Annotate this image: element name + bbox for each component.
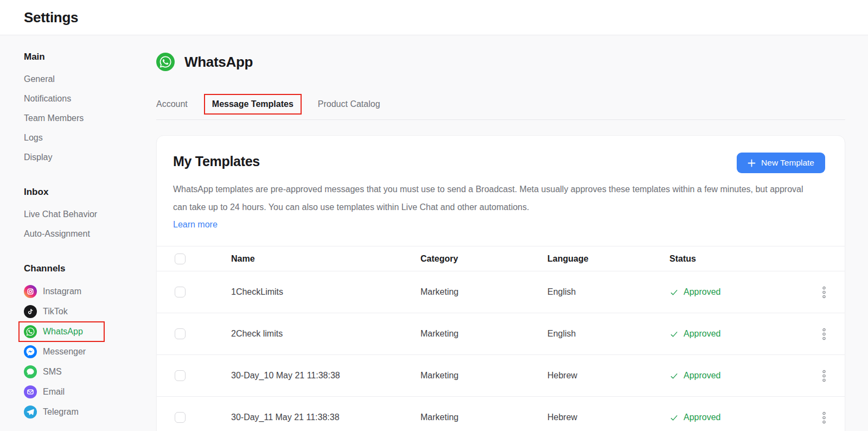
row-menu-button[interactable] bbox=[820, 409, 828, 426]
row-menu-button[interactable] bbox=[820, 284, 828, 301]
table-row: 2Check limits Marketing English Approved bbox=[157, 313, 845, 355]
column-header-name: Name bbox=[231, 254, 420, 264]
sms-icon bbox=[24, 365, 37, 378]
whatsapp-icon bbox=[156, 53, 175, 71]
tab-product-catalog[interactable]: Product Catalog bbox=[318, 99, 380, 109]
sidebar-item-auto-assignment[interactable]: Auto-Assignment bbox=[24, 228, 90, 239]
sidebar-section-main: Main General Notifications Team Members … bbox=[24, 52, 156, 163]
sidebar-section-channels: Channels Instagram bbox=[24, 263, 156, 419]
kebab-menu-icon bbox=[822, 370, 826, 382]
table-row: 30-Day_10 May 21 11:38:38 Marketing Hebr… bbox=[157, 355, 845, 397]
sidebar-item-whatsapp[interactable]: WhatsApp bbox=[18, 321, 105, 342]
template-name: 30-Day_11 May 21 11:38:38 bbox=[231, 413, 420, 422]
tab-bar: Account Message Templates Product Catalo… bbox=[156, 96, 845, 120]
table-row: 30-Day_11 May 21 11:38:38 Marketing Hebr… bbox=[157, 397, 845, 431]
select-all-checkbox[interactable] bbox=[175, 253, 186, 264]
sidebar-heading-inbox: Inbox bbox=[24, 187, 156, 198]
check-icon bbox=[669, 288, 679, 297]
row-checkbox[interactable] bbox=[175, 412, 186, 423]
new-template-button[interactable]: New Template bbox=[737, 153, 825, 173]
column-header-status: Status bbox=[669, 254, 803, 264]
status-badge: Approved bbox=[669, 371, 803, 381]
channel-title: WhatsApp bbox=[184, 54, 253, 71]
messenger-icon bbox=[24, 345, 37, 358]
sidebar-item-notifications[interactable]: Notifications bbox=[24, 93, 71, 104]
sidebar-item-sms[interactable]: SMS bbox=[24, 365, 156, 378]
main-content: WhatsApp Account Message Templates Produ… bbox=[156, 35, 845, 431]
status-badge: Approved bbox=[669, 413, 803, 422]
top-bar: Settings bbox=[0, 0, 868, 35]
status-badge: Approved bbox=[669, 287, 803, 297]
my-templates-card: My Templates New Template WhatsApp templ… bbox=[156, 135, 845, 431]
template-category: Marketing bbox=[420, 413, 547, 422]
check-icon bbox=[669, 371, 679, 381]
sidebar-item-tiktok[interactable]: TikTok bbox=[24, 305, 156, 318]
kebab-menu-icon bbox=[822, 328, 826, 340]
template-language: English bbox=[547, 287, 669, 297]
annotation-box-message-templates: Message Templates bbox=[204, 94, 302, 115]
row-checkbox[interactable] bbox=[175, 370, 186, 381]
sidebar-item-email[interactable]: Email bbox=[24, 385, 156, 398]
template-category: Marketing bbox=[420, 329, 547, 339]
sidebar-item-general[interactable]: General bbox=[24, 73, 55, 85]
template-language: Hebrew bbox=[547, 413, 669, 422]
template-name: 1CheckLimits bbox=[231, 287, 420, 297]
card-title: My Templates bbox=[173, 153, 260, 169]
column-header-language: Language bbox=[547, 254, 669, 264]
template-language: English bbox=[547, 329, 669, 339]
plus-icon bbox=[748, 159, 756, 167]
template-category: Marketing bbox=[420, 371, 547, 381]
sidebar-item-messenger[interactable]: Messenger bbox=[24, 345, 156, 358]
column-header-category: Category bbox=[420, 254, 547, 264]
check-icon bbox=[669, 413, 679, 422]
kebab-menu-icon bbox=[822, 411, 826, 424]
page-title: Settings bbox=[24, 9, 78, 26]
tiktok-icon bbox=[24, 305, 37, 318]
email-icon bbox=[24, 385, 37, 398]
kebab-menu-icon bbox=[822, 286, 826, 299]
learn-more-link[interactable]: Learn more bbox=[173, 217, 218, 233]
row-menu-button[interactable] bbox=[820, 367, 828, 384]
channel-header: WhatsApp bbox=[156, 53, 845, 71]
sidebar-item-display[interactable]: Display bbox=[24, 151, 52, 163]
row-checkbox[interactable] bbox=[175, 287, 186, 297]
settings-sidebar: Main General Notifications Team Members … bbox=[0, 35, 156, 431]
telegram-icon bbox=[24, 405, 37, 419]
table-header-row: Name Category Language Status bbox=[157, 246, 845, 271]
sidebar-section-inbox: Inbox Live Chat Behavior Auto-Assignment bbox=[24, 187, 156, 239]
template-language: Hebrew bbox=[547, 371, 669, 381]
template-name: 2Check limits bbox=[231, 329, 420, 339]
sidebar-item-team-members[interactable]: Team Members bbox=[24, 112, 84, 124]
sidebar-item-telegram[interactable]: Telegram bbox=[24, 405, 156, 419]
row-checkbox[interactable] bbox=[175, 328, 186, 339]
table-row: 1CheckLimits Marketing English Approved bbox=[157, 271, 845, 313]
template-name: 30-Day_10 May 21 11:38:38 bbox=[231, 371, 420, 381]
instagram-icon bbox=[24, 285, 37, 298]
check-icon bbox=[669, 329, 679, 339]
sidebar-item-live-chat-behavior[interactable]: Live Chat Behavior bbox=[24, 208, 97, 220]
whatsapp-icon bbox=[24, 325, 37, 338]
templates-description: WhatsApp templates are pre-approved mess… bbox=[173, 180, 808, 216]
templates-table: Name Category Language Status 1CheckLimi… bbox=[157, 246, 845, 431]
tab-account[interactable]: Account bbox=[156, 99, 188, 109]
sidebar-heading-main: Main bbox=[24, 52, 156, 62]
sidebar-item-instagram[interactable]: Instagram bbox=[24, 285, 156, 298]
row-menu-button[interactable] bbox=[820, 326, 828, 343]
status-badge: Approved bbox=[669, 329, 803, 339]
template-category: Marketing bbox=[420, 287, 547, 297]
sidebar-heading-channels: Channels bbox=[24, 263, 156, 274]
sidebar-item-logs[interactable]: Logs bbox=[24, 132, 43, 143]
tab-message-templates[interactable]: Message Templates bbox=[212, 99, 293, 109]
